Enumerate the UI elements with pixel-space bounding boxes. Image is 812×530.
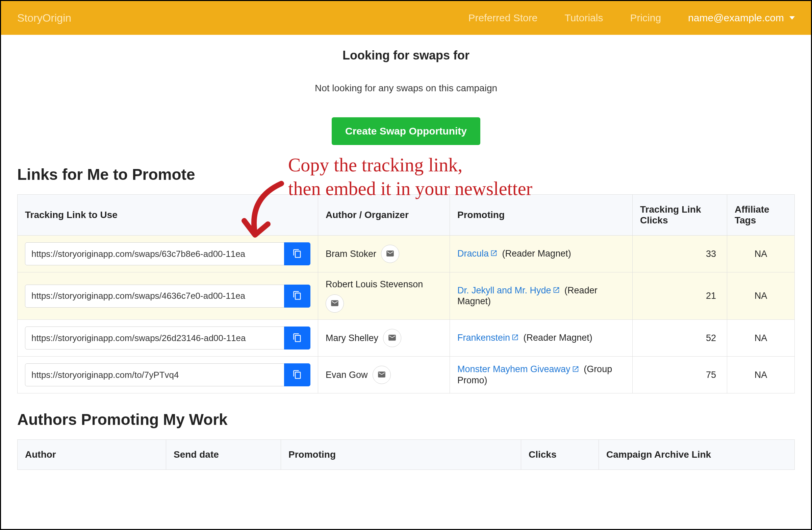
table-row: Evan Gow Monster Mayhem Giveaway (Group …: [17, 357, 795, 393]
col-author: Author / Organizer: [318, 195, 450, 236]
promoting-type: (Reader Magnet): [524, 333, 592, 343]
external-link-icon: [553, 285, 560, 296]
promoting-type: (Reader Magnet): [502, 249, 571, 259]
clicks-value: 75: [633, 357, 727, 393]
caret-down-icon: [789, 16, 795, 19]
col-clicks: Tracking Link Clicks: [633, 195, 727, 236]
copy-button[interactable]: [284, 363, 310, 386]
table-row: Mary Shelley Frankenstein (Reader Magnet…: [17, 320, 795, 357]
affiliate-tags-value: NA: [727, 320, 795, 357]
external-link-icon: [572, 365, 579, 375]
col-send-date: Send date: [166, 440, 281, 470]
envelope-icon: [386, 249, 394, 259]
email-author-button[interactable]: [373, 366, 391, 384]
nav-tutorials[interactable]: Tutorials: [564, 12, 603, 24]
clicks-value: 52: [633, 320, 727, 357]
promoting-link[interactable]: Dr. Jekyll and Mr. Hyde: [457, 285, 551, 295]
col-clicks-2: Clicks: [521, 440, 599, 470]
nav-user-menu[interactable]: name@example.com: [688, 12, 795, 24]
copy-button[interactable]: [284, 326, 310, 349]
col-archive: Campaign Archive Link: [599, 440, 795, 470]
swaps-heading: Looking for swaps for: [17, 48, 795, 62]
tracking-url-input[interactable]: [25, 284, 285, 308]
external-link-icon: [511, 333, 519, 344]
swaps-subtitle: Not looking for any swaps on this campai…: [17, 83, 795, 94]
tracking-url-input[interactable]: [25, 363, 285, 386]
nav-user-email: name@example.com: [688, 12, 784, 24]
col-promoting-2: Promoting: [281, 440, 521, 470]
col-tracking-link: Tracking Link to Use: [17, 195, 318, 236]
external-link-icon: [490, 249, 497, 259]
promoting-link[interactable]: Dracula: [457, 249, 489, 259]
author-name: Mary Shelley: [325, 333, 378, 344]
brand-logo[interactable]: StoryOrigin: [17, 12, 71, 24]
author-name: Bram Stoker: [325, 249, 376, 259]
envelope-icon: [388, 333, 396, 343]
col-promoting: Promoting: [450, 195, 633, 236]
envelope-icon: [330, 299, 339, 309]
links-table: Tracking Link to Use Author / Organizer …: [17, 194, 795, 393]
table-row: Robert Louis Stevenson Dr. Jekyll and Mr…: [17, 273, 795, 320]
clicks-value: 33: [633, 236, 727, 273]
copy-button[interactable]: [284, 284, 310, 308]
nav-pricing[interactable]: Pricing: [630, 12, 661, 24]
col-author-2: Author: [17, 440, 166, 470]
email-author-button[interactable]: [381, 245, 399, 263]
clicks-value: 21: [633, 273, 727, 320]
authors-section-title: Authors Promoting My Work: [17, 410, 795, 429]
col-tags: Affiliate Tags: [727, 195, 795, 236]
copy-button[interactable]: [284, 242, 310, 265]
email-author-button[interactable]: [383, 329, 401, 347]
email-author-button[interactable]: [325, 294, 344, 313]
tracking-url-input[interactable]: [25, 326, 285, 349]
table-row: Bram Stoker Dracula (Reader Magnet)33NA: [17, 236, 795, 273]
copy-icon: [292, 370, 302, 380]
affiliate-tags-value: NA: [727, 273, 795, 320]
authors-table: Author Send date Promoting Clicks Campai…: [17, 440, 795, 470]
create-swap-button[interactable]: Create Swap Opportunity: [332, 117, 480, 145]
promoting-link[interactable]: Monster Mayhem Giveaway: [457, 364, 570, 374]
links-section-title: Links for Me to Promote: [17, 165, 795, 183]
nav-preferred-store[interactable]: Preferred Store: [468, 12, 537, 24]
author-name: Evan Gow: [325, 370, 368, 380]
copy-icon: [292, 333, 302, 344]
author-name: Robert Louis Stevenson: [325, 279, 423, 290]
promoting-link[interactable]: Frankenstein: [457, 333, 510, 343]
copy-icon: [292, 249, 302, 259]
navbar: StoryOrigin Preferred Store Tutorials Pr…: [1, 1, 811, 35]
affiliate-tags-value: NA: [727, 236, 795, 273]
copy-icon: [292, 291, 302, 301]
tracking-url-input[interactable]: [25, 242, 285, 265]
affiliate-tags-value: NA: [727, 357, 795, 393]
envelope-icon: [377, 370, 386, 380]
